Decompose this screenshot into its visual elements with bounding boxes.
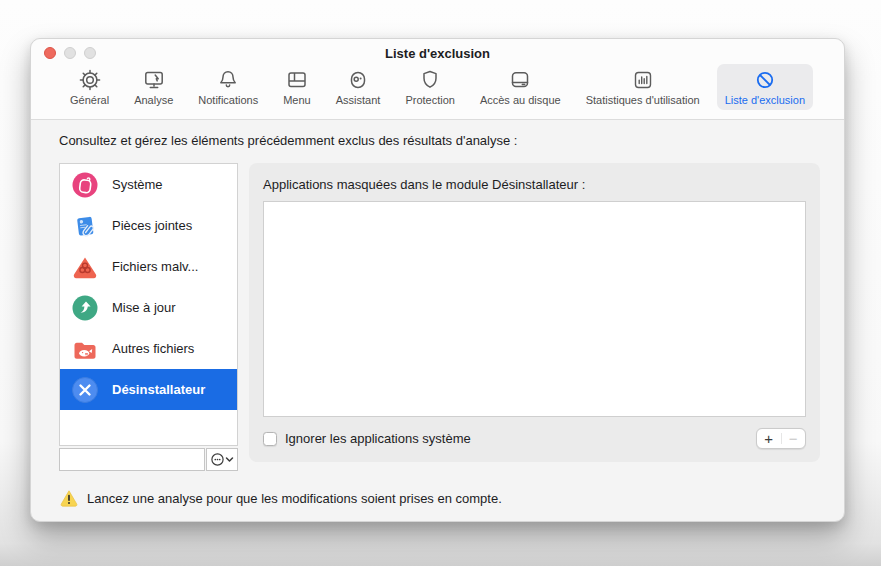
warning-text: Lancez une analyse pour que les modifica… <box>87 491 502 506</box>
monitor-icon <box>141 67 167 93</box>
gear-icon <box>77 67 103 93</box>
warning-triangle-icon <box>59 488 79 508</box>
window-panes-icon <box>284 67 310 93</box>
add-remove-stepper: + − <box>756 428 806 449</box>
preferences-toolbar: Général Analyse <box>31 64 844 110</box>
content-area: Consultez et gérez les éléments précédem… <box>31 133 844 508</box>
tab-menu[interactable]: Menu <box>275 64 319 110</box>
panel-label: Applications masquées dans le module Dés… <box>263 177 806 192</box>
sidebar-item-label: Mise à jour <box>112 300 176 315</box>
prohibition-icon <box>752 67 778 93</box>
panel-footer: Ignorer les applications système + − <box>263 428 806 449</box>
sidebar-item-systeme[interactable]: Système <box>60 164 237 205</box>
tab-analyse[interactable]: Analyse <box>126 64 181 110</box>
sidebar-filter-row <box>59 448 238 471</box>
disk-icon <box>507 67 533 93</box>
tab-label: Protection <box>405 94 455 106</box>
warning-row: Lancez une analyse pour que les modifica… <box>59 488 820 508</box>
actions-dropdown-button[interactable] <box>206 448 238 471</box>
tab-exclusion-list[interactable]: Liste d'exclusion <box>717 64 813 110</box>
sidebar-item-mise-a-jour[interactable]: Mise à jour <box>60 287 237 328</box>
tab-notifications[interactable]: Notifications <box>190 64 266 110</box>
remove-button[interactable]: − <box>782 429 806 448</box>
system-junk-icon <box>71 171 99 199</box>
mail-attachment-icon <box>71 212 99 240</box>
tab-label: Liste d'exclusion <box>725 94 805 106</box>
sidebar-item-label: Pièces jointes <box>112 218 192 233</box>
tab-label: Statistiques d'utilisation <box>586 94 700 106</box>
window-title: Liste d'exclusion <box>31 39 844 61</box>
category-sidebar: Système <box>59 163 238 471</box>
tab-label: Notifications <box>198 94 258 106</box>
bell-icon <box>215 67 241 93</box>
sidebar-item-label: Autres fichiers <box>112 341 194 356</box>
title-bar[interactable]: Liste d'exclusion Général <box>31 39 844 120</box>
malware-triangle-icon <box>71 253 99 281</box>
sidebar-filter-input[interactable] <box>59 448 205 471</box>
preferences-window: Liste d'exclusion Général <box>30 38 845 522</box>
page-description: Consultez et gérez les éléments précédem… <box>59 133 820 148</box>
close-button[interactable] <box>44 47 56 59</box>
zoom-button[interactable] <box>84 47 96 59</box>
assistant-icon <box>345 67 371 93</box>
bar-chart-icon <box>630 67 656 93</box>
tab-protection[interactable]: Protection <box>397 64 463 110</box>
update-arrow-icon <box>71 294 99 322</box>
tab-label: Analyse <box>134 94 173 106</box>
sidebar-item-fichiers-malveillants[interactable]: Fichiers malv... <box>60 246 237 287</box>
tab-label: Général <box>70 94 109 106</box>
ellipsis-circle-chevron-icon <box>209 450 235 469</box>
tab-label: Menu <box>283 94 311 106</box>
shield-icon <box>417 67 443 93</box>
add-button[interactable]: + <box>757 429 781 448</box>
minimize-button[interactable] <box>64 47 76 59</box>
tab-usage-statistics[interactable]: Statistiques d'utilisation <box>578 64 708 110</box>
uninstaller-icon <box>71 376 99 404</box>
sidebar-item-pieces-jointes[interactable]: Pièces jointes <box>60 205 237 246</box>
ignore-system-apps-checkbox[interactable] <box>263 432 277 446</box>
whale-folder-icon <box>71 335 99 363</box>
tab-label: Accès au disque <box>480 94 561 106</box>
exclusion-panel: Applications masquées dans le module Dés… <box>249 163 820 462</box>
hidden-apps-list <box>263 201 806 417</box>
tab-label: Assistant <box>336 94 381 106</box>
tab-disk-access[interactable]: Accès au disque <box>472 64 569 110</box>
sidebar-item-label: Fichiers malv... <box>112 259 198 274</box>
sidebar-item-desinstallateur[interactable]: Désinstallateur <box>60 369 237 410</box>
sidebar-item-label: Système <box>112 177 163 192</box>
checkbox-label: Ignorer les applications système <box>285 431 756 446</box>
tab-general[interactable]: Général <box>62 64 117 110</box>
traffic-lights <box>44 47 96 59</box>
sidebar-item-autres-fichiers[interactable]: Autres fichiers <box>60 328 237 369</box>
sidebar-item-label: Désinstallateur <box>112 382 205 397</box>
tab-assistant[interactable]: Assistant <box>328 64 389 110</box>
category-list: Système <box>59 163 238 446</box>
